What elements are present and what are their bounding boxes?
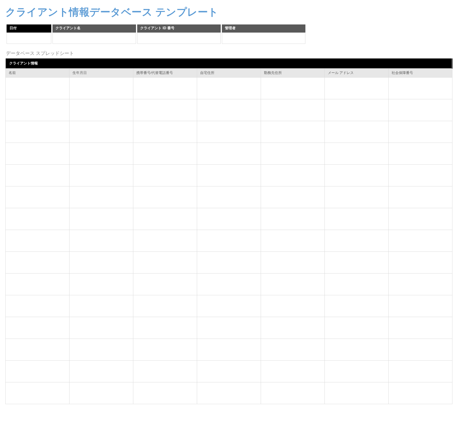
db-cell-email[interactable] [324, 361, 388, 382]
db-cell-dob[interactable] [69, 295, 133, 317]
db-cell-email[interactable] [324, 230, 388, 252]
db-cell-home[interactable] [197, 165, 261, 186]
db-cell-phone[interactable] [133, 186, 197, 208]
db-cell-dob[interactable] [69, 186, 133, 208]
db-cell-home[interactable] [197, 317, 261, 339]
db-cell-name[interactable] [6, 230, 69, 252]
db-cell-name[interactable] [6, 208, 69, 230]
summary-cell-date[interactable] [7, 33, 51, 44]
db-cell-work[interactable] [261, 121, 324, 143]
db-cell-work[interactable] [261, 317, 324, 339]
db-cell-home[interactable] [197, 252, 261, 274]
db-cell-name[interactable] [6, 99, 69, 121]
db-cell-phone[interactable] [133, 208, 197, 230]
db-cell-email[interactable] [324, 382, 388, 404]
db-cell-work[interactable] [261, 143, 324, 165]
db-cell-work[interactable] [261, 274, 324, 295]
db-cell-dob[interactable] [69, 121, 133, 143]
db-cell-email[interactable] [324, 208, 388, 230]
db-cell-home[interactable] [197, 382, 261, 404]
db-cell-phone[interactable] [133, 165, 197, 186]
db-cell-name[interactable] [6, 317, 69, 339]
db-cell-email[interactable] [324, 317, 388, 339]
db-cell-phone[interactable] [133, 121, 197, 143]
db-cell-ssn[interactable] [388, 339, 452, 361]
db-cell-work[interactable] [261, 186, 324, 208]
db-cell-name[interactable] [6, 143, 69, 165]
db-cell-phone[interactable] [133, 252, 197, 274]
db-cell-dob[interactable] [69, 143, 133, 165]
db-cell-work[interactable] [261, 208, 324, 230]
db-cell-ssn[interactable] [388, 382, 452, 404]
db-cell-dob[interactable] [69, 339, 133, 361]
db-cell-phone[interactable] [133, 143, 197, 165]
db-cell-email[interactable] [324, 186, 388, 208]
db-cell-name[interactable] [6, 339, 69, 361]
db-cell-dob[interactable] [69, 165, 133, 186]
db-cell-name[interactable] [6, 121, 69, 143]
db-cell-email[interactable] [324, 143, 388, 165]
db-cell-ssn[interactable] [388, 186, 452, 208]
db-cell-work[interactable] [261, 252, 324, 274]
summary-cell-client[interactable] [52, 33, 136, 44]
db-cell-work[interactable] [261, 230, 324, 252]
db-cell-name[interactable] [6, 382, 69, 404]
db-cell-ssn[interactable] [388, 274, 452, 295]
db-cell-home[interactable] [197, 274, 261, 295]
db-cell-email[interactable] [324, 274, 388, 295]
db-cell-ssn[interactable] [388, 230, 452, 252]
db-cell-home[interactable] [197, 78, 261, 99]
db-cell-phone[interactable] [133, 230, 197, 252]
db-cell-ssn[interactable] [388, 99, 452, 121]
db-cell-name[interactable] [6, 165, 69, 186]
db-cell-home[interactable] [197, 208, 261, 230]
db-cell-email[interactable] [324, 78, 388, 99]
db-cell-phone[interactable] [133, 361, 197, 382]
db-cell-dob[interactable] [69, 274, 133, 295]
db-cell-ssn[interactable] [388, 252, 452, 274]
db-cell-phone[interactable] [133, 339, 197, 361]
db-cell-email[interactable] [324, 339, 388, 361]
db-cell-dob[interactable] [69, 252, 133, 274]
db-cell-work[interactable] [261, 361, 324, 382]
db-cell-name[interactable] [6, 274, 69, 295]
db-cell-home[interactable] [197, 186, 261, 208]
db-cell-name[interactable] [6, 186, 69, 208]
summary-cell-admin[interactable] [222, 33, 305, 44]
db-cell-home[interactable] [197, 295, 261, 317]
db-cell-work[interactable] [261, 78, 324, 99]
summary-cell-id[interactable] [137, 33, 221, 44]
db-cell-email[interactable] [324, 295, 388, 317]
db-cell-phone[interactable] [133, 99, 197, 121]
db-cell-home[interactable] [197, 361, 261, 382]
db-cell-work[interactable] [261, 382, 324, 404]
db-cell-work[interactable] [261, 165, 324, 186]
db-cell-work[interactable] [261, 99, 324, 121]
db-cell-home[interactable] [197, 143, 261, 165]
db-cell-home[interactable] [197, 121, 261, 143]
db-cell-phone[interactable] [133, 78, 197, 99]
db-cell-ssn[interactable] [388, 165, 452, 186]
db-cell-ssn[interactable] [388, 121, 452, 143]
db-cell-ssn[interactable] [388, 143, 452, 165]
db-cell-email[interactable] [324, 252, 388, 274]
db-cell-name[interactable] [6, 361, 69, 382]
db-cell-dob[interactable] [69, 230, 133, 252]
db-cell-dob[interactable] [69, 317, 133, 339]
db-cell-phone[interactable] [133, 295, 197, 317]
db-cell-work[interactable] [261, 295, 324, 317]
db-cell-work[interactable] [261, 339, 324, 361]
db-cell-dob[interactable] [69, 99, 133, 121]
db-cell-ssn[interactable] [388, 295, 452, 317]
db-cell-ssn[interactable] [388, 78, 452, 99]
db-cell-email[interactable] [324, 99, 388, 121]
db-cell-phone[interactable] [133, 382, 197, 404]
db-cell-ssn[interactable] [388, 361, 452, 382]
db-cell-phone[interactable] [133, 317, 197, 339]
db-cell-email[interactable] [324, 121, 388, 143]
db-cell-ssn[interactable] [388, 317, 452, 339]
db-cell-home[interactable] [197, 99, 261, 121]
db-cell-name[interactable] [6, 78, 69, 99]
db-cell-home[interactable] [197, 339, 261, 361]
db-cell-ssn[interactable] [388, 208, 452, 230]
